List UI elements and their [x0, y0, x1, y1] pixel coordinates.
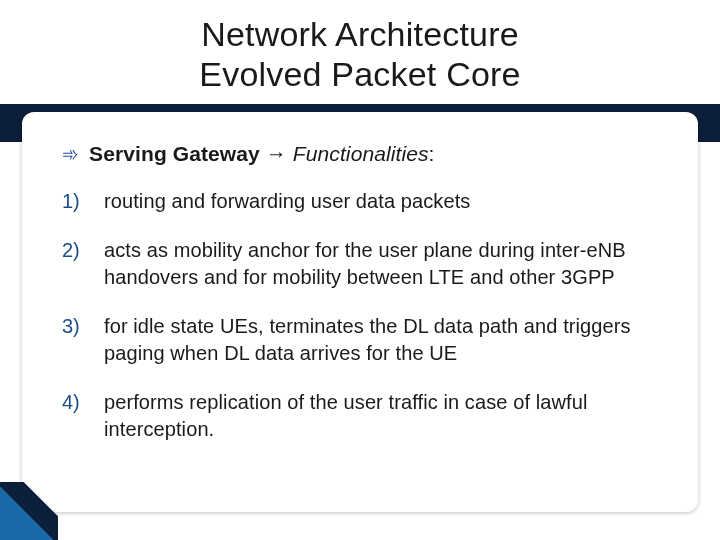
item-number: 4) — [62, 389, 86, 415]
item-number: 1) — [62, 188, 86, 214]
item-text: performs replication of the user traffic… — [104, 389, 658, 443]
corner-accent-icon — [0, 482, 58, 540]
subtitle-text: Serving Gateway → Functionalities: — [89, 142, 434, 166]
title-line-2: Evolved Packet Core — [199, 55, 520, 93]
list-item: 1) routing and forwarding user data pack… — [62, 188, 658, 215]
bullet-arrow-icon: ➾ — [62, 142, 79, 166]
list-item: 2) acts as mobility anchor for the user … — [62, 237, 658, 291]
subtitle-bold: Serving Gateway — [89, 142, 260, 165]
slide: Network Architecture Evolved Packet Core… — [0, 0, 720, 540]
list-item: 4) performs replication of the user traf… — [62, 389, 658, 443]
subtitle-italic: Functionalities — [293, 142, 429, 165]
numbered-list: 1) routing and forwarding user data pack… — [62, 188, 658, 443]
slide-title: Network Architecture Evolved Packet Core — [0, 14, 720, 94]
inline-arrow-icon: → — [266, 142, 287, 165]
item-text: for idle state UEs, terminates the DL da… — [104, 313, 658, 367]
subtitle: ➾ Serving Gateway → Functionalities: — [62, 142, 658, 166]
subtitle-colon: : — [429, 142, 435, 165]
item-text: routing and forwarding user data packets — [104, 188, 470, 215]
item-number: 3) — [62, 313, 86, 339]
item-text: acts as mobility anchor for the user pla… — [104, 237, 658, 291]
item-number: 2) — [62, 237, 86, 263]
list-item: 3) for idle state UEs, terminates the DL… — [62, 313, 658, 367]
content-panel: ➾ Serving Gateway → Functionalities: 1) … — [22, 112, 698, 512]
title-line-1: Network Architecture — [201, 15, 519, 53]
